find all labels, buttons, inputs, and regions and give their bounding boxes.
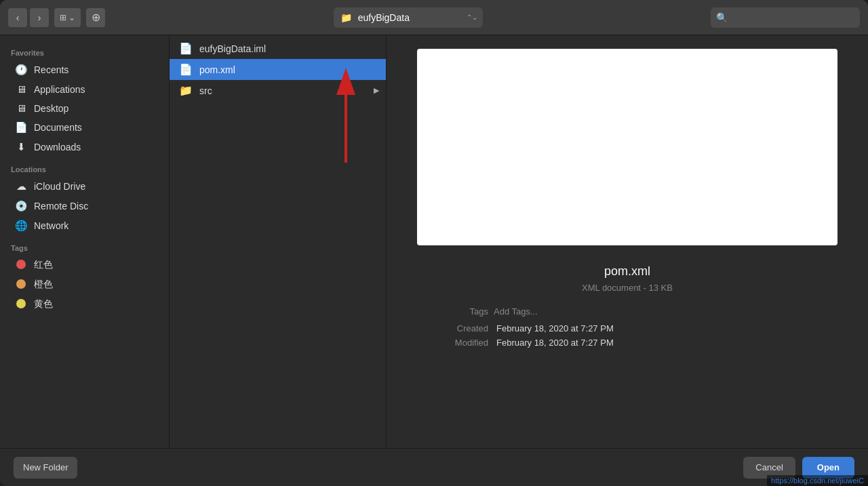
tag-red-label: 红色: [34, 259, 53, 271]
applications-icon: 🖥: [15, 83, 27, 95]
back-button[interactable]: ‹: [8, 8, 27, 27]
location-dropdown-wrap: 📁 eufyBigData ⌃⌄: [334, 7, 483, 28]
file-name-iml: eufyBigData.iml: [199, 43, 266, 54]
chevron-right-icon: ▶: [374, 86, 379, 95]
tags-header: Tags: [0, 236, 169, 255]
created-label: Created: [441, 323, 488, 333]
sidebar-item-label: Applications: [34, 84, 85, 95]
watermark: https://blog.csdn.net/jiuweiC: [767, 475, 868, 486]
modified-label: Modified: [441, 338, 488, 348]
file-icon-iml: 📄: [179, 42, 193, 55]
sidebar-item-recents[interactable]: 🕐 Recents: [4, 60, 165, 79]
sidebar-item-label: Downloads: [34, 142, 81, 153]
location-bar: 📁 eufyBigData ⌃⌄: [111, 7, 705, 28]
sidebar-item-label: Remote Disc: [34, 201, 88, 211]
file-item-iml[interactable]: 📄 eufyBigData.iml: [170, 38, 386, 59]
sidebar-item-downloads[interactable]: ⬇ Downloads: [4, 138, 165, 157]
sidebar-item-remote-disc[interactable]: 💿 Remote Disc: [4, 197, 165, 216]
preview-image: [417, 49, 837, 245]
add-tags[interactable]: Add Tags...: [494, 306, 538, 317]
toolbar: ‹ › ⊞ ⌄ ⊕ 📁 eufyBigData ⌃⌄ 🔍: [0, 0, 868, 35]
preview-meta: XML document - 13 KB: [582, 283, 673, 293]
sidebar-item-network[interactable]: 🌐 Network: [4, 216, 165, 235]
remote-disc-icon: 💿: [15, 200, 27, 212]
content-area: Favorites 🕐 Recents 🖥 Applications 🖥 Des…: [0, 35, 868, 448]
modified-row: Modified February 18, 2020 at 7:27 PM: [441, 338, 614, 348]
file-name-src: src: [199, 85, 212, 96]
modified-value: February 18, 2020 at 7:27 PM: [496, 338, 614, 348]
file-list-panel: 📄 eufyBigData.iml 📄 pom.xml 📁 src ▶: [170, 35, 387, 448]
locations-header: Locations: [0, 157, 169, 176]
sidebar-item-label: Recents: [34, 64, 68, 75]
sidebar-item-tag-yellow[interactable]: 黄色: [4, 295, 165, 314]
sidebar-item-label: Network: [34, 220, 68, 231]
sidebar-item-label: iCloud Drive: [34, 181, 85, 192]
search-wrap: 🔍: [711, 7, 860, 28]
sidebar-item-applications[interactable]: 🖥 Applications: [4, 80, 165, 98]
preview-filename: pom.xml: [604, 264, 650, 279]
desktop-icon: 🖥: [15, 102, 27, 114]
sidebar-item-icloud[interactable]: ☁ iCloud Drive: [4, 177, 165, 196]
file-name-pom: pom.xml: [199, 64, 235, 75]
sidebar-item-documents[interactable]: 📄 Documents: [4, 118, 165, 137]
orange-tag-icon: [15, 279, 27, 291]
created-row: Created February 18, 2020 at 7:27 PM: [441, 323, 614, 333]
preview-tags-row: Tags Add Tags...: [400, 306, 538, 317]
file-item-pom[interactable]: 📄 pom.xml: [170, 59, 386, 80]
preview-panel: pom.xml XML document - 13 KB Tags Add Ta…: [387, 35, 868, 448]
new-folder-toolbar-button[interactable]: ⊕: [86, 8, 105, 27]
forward-button[interactable]: ›: [30, 8, 49, 27]
search-input[interactable]: [711, 7, 860, 28]
sidebar-item-desktop[interactable]: 🖥 Desktop: [4, 99, 165, 117]
sidebar-item-tag-red[interactable]: 红色: [4, 256, 165, 275]
bottom-bar: New Folder Cancel Open: [0, 448, 868, 486]
network-icon: 🌐: [15, 220, 27, 232]
tags-label: Tags: [441, 306, 488, 317]
sidebar-item-tag-orange[interactable]: 橙色: [4, 275, 165, 294]
red-tag-icon: [15, 260, 27, 271]
sidebar: Favorites 🕐 Recents 🖥 Applications 🖥 Des…: [0, 35, 170, 448]
location-select[interactable]: eufyBigData: [334, 7, 483, 28]
sidebar-item-label: Desktop: [34, 103, 68, 114]
favorites-header: Favorites: [0, 41, 169, 60]
tag-orange-label: 橙色: [34, 279, 53, 291]
icloud-icon: ☁: [15, 180, 27, 193]
created-value: February 18, 2020 at 7:27 PM: [496, 323, 614, 333]
documents-icon: 📄: [15, 121, 27, 134]
sidebar-item-label: Documents: [34, 122, 82, 133]
yellow-tag-icon: [15, 299, 27, 310]
tag-yellow-label: 黄色: [34, 298, 53, 310]
file-item-src[interactable]: 📁 src ▶: [170, 80, 386, 101]
file-icon-src: 📁: [179, 84, 193, 97]
nav-buttons: ‹ ›: [8, 8, 49, 27]
file-icon-pom: 📄: [179, 63, 193, 76]
preview-info-table: Created February 18, 2020 at 7:27 PM Mod…: [400, 323, 614, 352]
view-mode-button[interactable]: ⊞ ⌄: [54, 8, 81, 27]
downloads-icon: ⬇: [15, 141, 27, 153]
recents-icon: 🕐: [15, 64, 27, 76]
new-folder-button[interactable]: New Folder: [14, 457, 77, 479]
